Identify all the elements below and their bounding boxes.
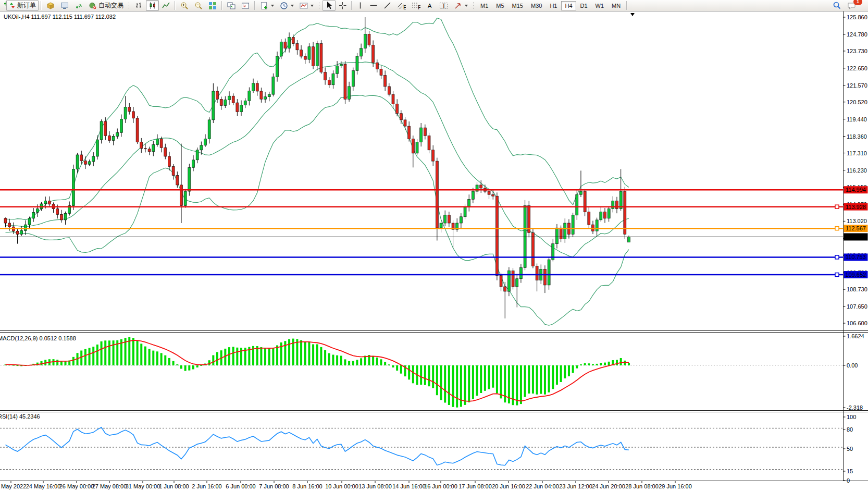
timeframe-m1[interactable]: M1 <box>477 1 492 10</box>
metaeditor-button[interactable] <box>58 0 71 11</box>
candle-bearish <box>144 149 146 149</box>
candle-bearish <box>136 118 139 142</box>
line-drag-handle[interactable] <box>835 227 839 230</box>
candle-bullish <box>628 237 630 242</box>
chart-bars-button[interactable] <box>132 0 145 11</box>
candle-bullish <box>316 44 318 66</box>
timeframe-h4[interactable]: H4 <box>561 1 576 10</box>
time-axis[interactable]: May 202224 May 16:0026 May 00:0027 May 0… <box>1 481 692 490</box>
candle-bullish <box>188 167 191 191</box>
candle-bearish <box>328 80 330 85</box>
notification-badge: 1 <box>853 0 862 5</box>
hline-tool-button[interactable] <box>367 0 380 11</box>
candle-bearish <box>140 142 143 149</box>
line-drag-handle[interactable] <box>835 273 839 277</box>
macd-bar <box>628 363 630 365</box>
indicators-button[interactable] <box>257 0 277 11</box>
macd-bar <box>180 365 182 369</box>
new-chart-icon[interactable] <box>2 1 6 11</box>
channel-tool-button[interactable]: E <box>394 0 408 11</box>
chart-shift-marker[interactable] <box>630 13 635 16</box>
templates-button[interactable] <box>297 0 316 11</box>
macd-bar <box>492 365 494 388</box>
candle-bullish <box>548 260 550 285</box>
candle-bearish <box>448 215 450 223</box>
price-axis-tick-label: 120.520 <box>847 99 867 105</box>
time-axis-label: 31 May 00:00 <box>126 483 160 489</box>
candle-bullish <box>228 96 231 100</box>
zoom-in-button[interactable] <box>178 0 191 11</box>
candle-bearish <box>344 64 346 99</box>
macd-bar <box>420 365 422 385</box>
tile-windows-button[interactable] <box>206 0 219 11</box>
chart-candles-button[interactable] <box>146 0 159 11</box>
chart-line-button[interactable] <box>159 0 172 11</box>
candle-bearish <box>588 212 590 225</box>
equidistant-channel-icon: E <box>397 2 406 10</box>
zoom-out-button[interactable] <box>192 0 205 11</box>
market-box-icon <box>46 2 55 10</box>
text-label-tool-button[interactable]: T <box>437 0 451 11</box>
timeframe-m5[interactable]: M5 <box>492 1 507 10</box>
search-button[interactable] <box>830 0 844 11</box>
macd-bar <box>304 342 306 365</box>
macd-bar <box>536 365 538 395</box>
candle-bearish <box>436 161 438 228</box>
periods-button[interactable] <box>277 0 296 11</box>
text-tool-button[interactable]: A <box>424 0 436 11</box>
toolbar-grip <box>473 2 475 10</box>
new-order-icon <box>9 2 16 9</box>
price-axis-tick-label: 121.570 <box>847 82 867 89</box>
timeframe-h1[interactable]: H1 <box>546 1 561 10</box>
new-order-button[interactable]: 新订单 <box>6 0 39 11</box>
price-label-114.994[interactable]: 114.994 <box>844 186 868 193</box>
timeframe-mn[interactable]: MN <box>608 1 624 10</box>
dropdown-caret <box>271 5 274 7</box>
market-button[interactable] <box>44 0 57 11</box>
arrange-windows-button[interactable] <box>225 0 238 11</box>
cursor-tool-button[interactable] <box>323 0 336 11</box>
trendline-icon <box>383 2 391 9</box>
candle-bullish <box>152 145 155 152</box>
cascade-windows-icon <box>241 2 250 10</box>
timeframe-d1[interactable]: D1 <box>577 1 591 10</box>
chart-canvas[interactable]: 125.860124.780123.730122.650121.570120.5… <box>0 0 868 491</box>
time-axis-label: 17 Jun 08:00 <box>458 483 492 489</box>
candle-bullish <box>472 191 474 199</box>
horizontal-line-icon <box>369 2 378 9</box>
notifications-button[interactable]: 1 <box>845 0 859 11</box>
fibonacci-tool-button[interactable]: F <box>409 0 423 11</box>
candle-bearish <box>48 201 51 204</box>
timeframe-m30[interactable]: M30 <box>527 1 545 10</box>
arrows-tool-button[interactable] <box>451 0 470 11</box>
vline-tool-button[interactable] <box>354 0 366 11</box>
candle-bearish <box>368 34 370 45</box>
cascade-windows-button[interactable] <box>239 0 252 11</box>
macd-bar <box>324 350 326 365</box>
macd-bar <box>476 365 478 396</box>
line-drag-handle[interactable] <box>835 205 839 208</box>
crosshair-tool-button[interactable] <box>336 0 349 11</box>
timeframe-m15[interactable]: M15 <box>509 1 527 10</box>
candle-bullish <box>516 279 518 287</box>
macd-bar <box>380 359 382 365</box>
macd-bar <box>588 363 590 365</box>
candle-bullish <box>572 215 574 235</box>
candle-bullish <box>507 271 510 292</box>
macd-bar <box>172 361 175 365</box>
macd-bar <box>144 347 146 365</box>
autotrade-button[interactable]: 自动交易 <box>86 0 126 11</box>
candle-bullish <box>288 37 291 48</box>
macd-bar <box>620 358 622 365</box>
price-label-112.032[interactable]: 112.032 <box>844 233 868 240</box>
candle-bearish <box>132 112 134 118</box>
trendline-tool-button[interactable] <box>381 0 394 11</box>
line-drag-handle[interactable] <box>835 255 839 259</box>
macd-bar <box>524 365 526 397</box>
candle-bearish <box>392 94 394 104</box>
candle-bearish <box>216 91 219 99</box>
signal-button[interactable] <box>72 0 85 11</box>
timeframe-w1[interactable]: W1 <box>592 1 608 10</box>
macd-bar <box>208 360 210 365</box>
macd-bar <box>212 355 214 366</box>
